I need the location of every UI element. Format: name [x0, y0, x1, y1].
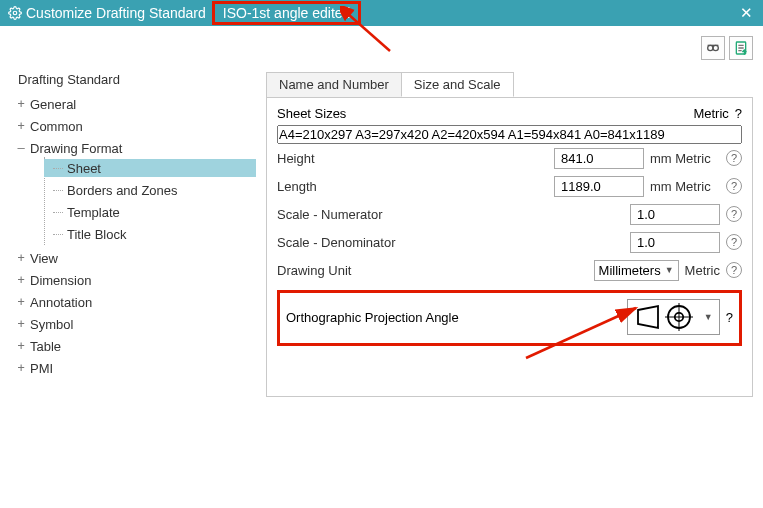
close-icon[interactable]: ✕	[735, 4, 757, 22]
scale-num-label: Scale - Numerator	[277, 207, 624, 222]
expand-icon[interactable]: +	[14, 251, 28, 265]
height-unit: mm Metric	[650, 151, 720, 166]
window-title: Customize Drafting Standard	[26, 5, 206, 21]
expand-icon[interactable]: +	[14, 273, 28, 287]
svg-point-0	[13, 11, 17, 15]
height-input[interactable]	[554, 148, 644, 169]
tree-item-borders-zones: Borders and Zones	[45, 179, 256, 201]
tree-item-title-block: Title Block	[45, 223, 256, 245]
scale-den-input[interactable]	[630, 232, 720, 253]
scale-den-label: Scale - Denominator	[277, 235, 624, 250]
help-icon[interactable]: ?	[726, 150, 742, 166]
right-panel: Name and Number Size and Scale Sheet Siz…	[256, 26, 763, 508]
help-icon[interactable]: ?	[726, 178, 742, 194]
collapse-icon[interactable]: –	[14, 141, 28, 155]
scale-num-input[interactable]	[630, 204, 720, 225]
tree-item-dimension: +Dimension	[14, 269, 256, 291]
height-label: Height	[277, 151, 548, 166]
expand-icon[interactable]: +	[14, 339, 28, 353]
ortho-projection-group: Orthographic Projection Angle ▼ ?	[277, 290, 742, 346]
length-input[interactable]	[554, 176, 644, 197]
drawing-unit-label: Drawing Unit	[277, 263, 588, 278]
expand-icon[interactable]: +	[14, 295, 28, 309]
expand-icon[interactable]: +	[14, 97, 28, 111]
length-label: Length	[277, 179, 548, 194]
expand-icon[interactable]: +	[14, 361, 28, 375]
window-body: Drafting Standard +General +Common –Draw…	[0, 26, 763, 508]
help-icon[interactable]: ?	[726, 206, 742, 222]
sheet-sizes-unit: Metric	[693, 106, 728, 121]
expand-icon[interactable]: +	[14, 317, 28, 331]
tree-item-view: +View	[14, 247, 256, 269]
help-icon[interactable]: ?	[726, 234, 742, 250]
tree-item-symbol: +Symbol	[14, 313, 256, 335]
tree-item-common: +Common	[14, 115, 256, 137]
tree-item-sheet: Sheet	[45, 157, 256, 179]
drawing-unit-select[interactable]: Millimeters ▼	[594, 260, 679, 281]
tree-item-pmi: +PMI	[14, 357, 256, 379]
titlebar: Customize Drafting Standard ISO-1st angl…	[0, 0, 763, 26]
chevron-down-icon: ▼	[665, 265, 674, 275]
help-icon[interactable]: ?	[726, 310, 733, 325]
sheet-sizes-label: Sheet Sizes	[277, 106, 346, 121]
help-icon[interactable]: ?	[735, 106, 742, 121]
tree-item-table: +Table	[14, 335, 256, 357]
drawing-unit-suffix: Metric	[685, 263, 720, 278]
tab-pane: Sheet Sizes Metric ? Height mm Metric ? …	[266, 98, 753, 397]
sheet-sizes-input[interactable]	[277, 125, 742, 144]
gear-icon	[8, 6, 22, 20]
tab-name-number[interactable]: Name and Number	[266, 72, 402, 97]
panel-heading: Drafting Standard	[14, 72, 256, 87]
tree-item-annotation: +Annotation	[14, 291, 256, 313]
tree-item-template: Template	[45, 201, 256, 223]
chevron-down-icon: ▼	[704, 312, 713, 322]
length-unit: mm Metric	[650, 179, 720, 194]
help-icon[interactable]: ?	[726, 262, 742, 278]
tree-item-general: +General	[14, 93, 256, 115]
left-panel: Drafting Standard +General +Common –Draw…	[0, 26, 256, 508]
ortho-label: Orthographic Projection Angle	[286, 310, 627, 325]
projection-symbol-icon	[634, 302, 696, 332]
tabs: Name and Number Size and Scale	[266, 72, 753, 98]
window-subtitle: ISO-1st angle edited	[212, 1, 362, 25]
nav-tree: +General +Common –Drawing Format Sheet B…	[14, 93, 256, 379]
expand-icon[interactable]: +	[14, 119, 28, 133]
tree-item-drawing-format: –Drawing Format Sheet Borders and Zones …	[14, 137, 256, 247]
tab-size-scale[interactable]: Size and Scale	[401, 72, 514, 97]
ortho-angle-select[interactable]: ▼	[627, 299, 720, 335]
